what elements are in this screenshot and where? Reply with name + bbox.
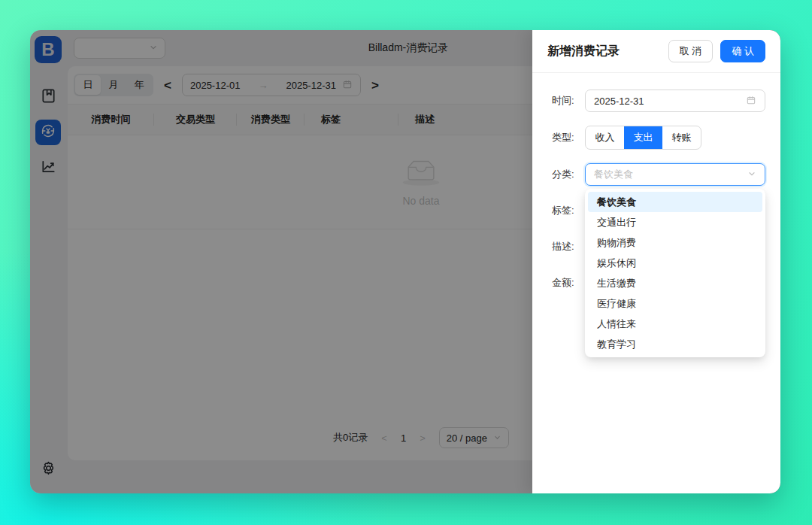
confirm-button[interactable]: 确 认: [720, 40, 765, 62]
type-label: 类型:: [552, 131, 579, 144]
category-option-transport[interactable]: 交通出行: [588, 212, 762, 232]
type-option-transfer[interactable]: 转账: [662, 126, 701, 149]
time-label: 时间:: [552, 94, 579, 108]
app-window: B: [30, 30, 780, 493]
category-label: 分类:: [552, 168, 579, 181]
form-row-time: 时间: 2025-12-31: [552, 90, 765, 112]
chevron-down-icon: [747, 169, 756, 181]
cancel-button[interactable]: 取 消: [668, 40, 714, 62]
category-option-shopping[interactable]: 购物消费: [588, 232, 762, 253]
category-option-dining[interactable]: 餐饮美食: [588, 192, 762, 212]
category-option-entertainment[interactable]: 娱乐休闲: [588, 253, 762, 273]
category-dropdown: 餐饮美食 交通出行 购物消费 娱乐休闲 生活缴费 医疗健康 人情往来 教育学习: [585, 189, 765, 357]
category-option-medical[interactable]: 医疗健康: [588, 293, 762, 314]
description-label: 描述:: [552, 240, 579, 253]
type-option-income[interactable]: 收入: [586, 126, 624, 149]
category-option-social[interactable]: 人情往来: [588, 314, 762, 334]
category-option-education[interactable]: 教育学习: [588, 334, 762, 354]
category-placeholder: 餐饮美食: [594, 168, 743, 181]
type-option-expense[interactable]: 支出: [624, 126, 662, 149]
desktop-background: B: [0, 0, 812, 525]
form-row-category: 分类: 餐饮美食 餐饮美食 交通出行 购物消费 娱乐休闲: [552, 163, 765, 186]
drawer-title: 新增消费记录: [547, 44, 668, 59]
calendar-icon: [746, 95, 756, 108]
amount-label: 金额:: [552, 276, 579, 290]
tag-label: 标签:: [552, 204, 579, 217]
form-row-type: 类型: 收入 支出 转账: [552, 126, 765, 150]
category-option-utilities[interactable]: 生活缴费: [588, 273, 762, 293]
add-record-drawer: 新增消费记录 取 消 确 认 时间: 2025-12-31: [532, 30, 780, 493]
category-select[interactable]: 餐饮美食: [585, 163, 765, 186]
time-date-picker[interactable]: 2025-12-31: [585, 90, 765, 112]
time-value: 2025-12-31: [594, 96, 741, 107]
drawer-header: 新增消费记录 取 消 确 认: [532, 30, 780, 73]
type-radio-group: 收入 支出 转账: [585, 126, 701, 150]
drawer-body: 时间: 2025-12-31 类型:: [532, 73, 780, 308]
